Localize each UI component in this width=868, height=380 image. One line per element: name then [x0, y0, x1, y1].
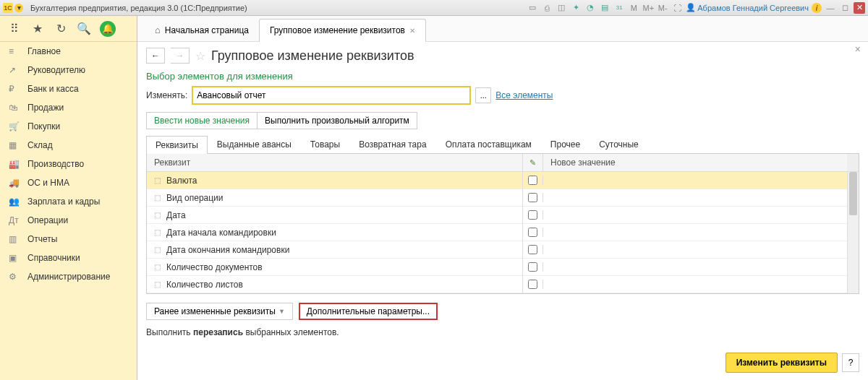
help-button[interactable]: ?: [842, 353, 859, 372]
sidebar-item-label: Отчеты: [27, 234, 57, 244]
row-checkbox[interactable]: [528, 193, 537, 202]
nav-back-button[interactable]: ←: [146, 48, 165, 64]
grid-row[interactable]: ⬚Дата начала командировки: [147, 224, 847, 241]
subtab-3[interactable]: Возвратная тара: [349, 135, 436, 153]
row-new-value[interactable]: [543, 229, 847, 236]
page-close-icon[interactable]: ×: [855, 43, 861, 55]
sidebar-item-3[interactable]: 🛍Продажи: [0, 98, 137, 117]
sidebar-item-2[interactable]: ₽Банк и касса: [0, 79, 137, 98]
nav-forward-button[interactable]: →: [171, 48, 190, 64]
sidebar-icon: 👥: [9, 197, 20, 207]
row-checkbox[interactable]: [528, 262, 537, 272]
row-new-value[interactable]: [543, 264, 847, 271]
grid-row[interactable]: ⬚Количество листов: [147, 276, 847, 293]
sidebar-item-5[interactable]: ▦Склад: [0, 136, 137, 155]
user-menu[interactable]: 👤 Абрамов Геннадий Сергеевич: [686, 3, 809, 12]
sidebar-item-label: Операции: [27, 215, 68, 225]
toolbar-fullscreen-icon[interactable]: ⛶: [671, 2, 683, 14]
tab-close-icon[interactable]: ✕: [409, 27, 415, 35]
row-checkbox[interactable]: [528, 280, 537, 289]
sidebar-item-1[interactable]: ↗Руководителю: [0, 61, 137, 79]
sidebar-item-label: Администрирование: [27, 272, 110, 282]
sidebar-icon: 🛍: [9, 103, 20, 113]
row-icon: ⬚: [154, 194, 161, 202]
apps-icon[interactable]: ⠿: [7, 22, 22, 36]
info-icon[interactable]: i: [812, 3, 822, 13]
all-elements-link[interactable]: Все элементы: [495, 90, 553, 100]
star-icon[interactable]: ★: [30, 22, 45, 36]
row-new-value[interactable]: [543, 194, 847, 202]
extra-params-button[interactable]: Дополнительные параметры...: [299, 303, 438, 320]
subtab-1[interactable]: Выданные авансы: [208, 135, 301, 153]
subtab-2[interactable]: Товары: [301, 135, 349, 153]
change-attributes-button[interactable]: Изменить реквизиты: [726, 353, 838, 373]
sidebar-item-12[interactable]: ⚙Администрирование: [0, 267, 137, 286]
sidebar-item-0[interactable]: ≡Главное: [0, 42, 137, 61]
col-header-req[interactable]: Реквизит: [147, 154, 523, 171]
prev-changed-button[interactable]: Ранее измененные реквизиты▼: [146, 303, 293, 320]
grid-row[interactable]: ⬚Дата: [147, 207, 847, 224]
sidebar-item-7[interactable]: 🚚ОС и НМА: [0, 173, 137, 192]
window-minimize-icon[interactable]: —: [825, 2, 836, 14]
tab-group-edit[interactable]: Групповое изменение реквизитов ✕: [259, 19, 426, 42]
sidebar-icon: ⚙: [9, 272, 20, 282]
sidebar-item-label: Банк и касса: [27, 84, 79, 94]
mode-new-values[interactable]: Ввести новые значения: [146, 112, 258, 129]
row-checkbox[interactable]: [528, 245, 537, 254]
toolbar-fav-icon[interactable]: ✦: [570, 2, 582, 14]
sidebar-item-8[interactable]: 👥Зарплата и кадры: [0, 192, 137, 211]
row-checkbox[interactable]: [528, 228, 537, 237]
change-lookup-button[interactable]: ...: [475, 87, 491, 103]
grid-row[interactable]: ⬚Дата окончания командировки: [147, 241, 847, 259]
bell-icon[interactable]: 🔔: [100, 21, 116, 37]
col-header-new[interactable]: Новое значение: [543, 154, 847, 171]
footer-text: Выполнить перезапись выбранных элементов…: [146, 327, 859, 337]
mode-algorithm[interactable]: Выполнить произвольный алгоритм: [258, 112, 417, 129]
sidebar-item-6[interactable]: 🏭Производство: [0, 155, 137, 173]
subtab-0[interactable]: Реквизиты: [146, 136, 208, 154]
subtab-5[interactable]: Прочее: [541, 135, 590, 153]
subtab-4[interactable]: Оплата поставщикам: [436, 135, 541, 153]
col-header-chk[interactable]: ✎: [523, 154, 543, 171]
row-new-value[interactable]: [543, 177, 847, 184]
toolbar-calc-icon[interactable]: ▤: [599, 2, 610, 14]
search-icon[interactable]: 🔍: [77, 22, 91, 36]
row-new-value[interactable]: [543, 281, 847, 288]
toolbar-print-icon[interactable]: ⎙: [541, 2, 553, 14]
sidebar-item-4[interactable]: 🛒Покупки: [0, 117, 137, 136]
toolbar-chart-icon[interactable]: ◔: [584, 2, 596, 14]
toolbar-mminus-icon[interactable]: М-: [657, 2, 668, 14]
change-input[interactable]: [194, 88, 469, 103]
window-close-icon[interactable]: ✕: [854, 2, 865, 14]
history-icon[interactable]: ↻: [54, 22, 68, 36]
row-label: Вид операции: [166, 193, 224, 203]
sidebar-item-label: Руководителю: [27, 65, 85, 75]
subtab-6[interactable]: Суточные: [590, 135, 648, 153]
toolbar-calendar-icon[interactable]: 31: [613, 2, 625, 14]
page-star-icon[interactable]: ☆: [195, 49, 205, 63]
grid-scrollbar[interactable]: [847, 172, 859, 293]
sidebar-item-9[interactable]: ДтОперации: [0, 211, 137, 230]
grid-row[interactable]: ⬚Количество документов: [147, 259, 847, 276]
row-new-value[interactable]: [543, 246, 847, 254]
sidebar-item-11[interactable]: ▣Справочники: [0, 249, 137, 267]
toolbar-doc-icon[interactable]: ◫: [556, 2, 567, 14]
grid-row[interactable]: ⬚Валюта: [147, 172, 847, 189]
window-maximize-icon[interactable]: ◻: [839, 2, 851, 14]
toolbar-folder-icon[interactable]: ▭: [527, 2, 538, 14]
toolbar-m-icon[interactable]: М: [628, 2, 639, 14]
app-dropdown-icon[interactable]: ▾: [14, 4, 23, 12]
tab-home[interactable]: ⌂ Начальная страница: [145, 19, 259, 41]
chevron-down-icon: ▼: [278, 308, 285, 315]
row-new-value[interactable]: [543, 212, 847, 219]
sidebar-item-10[interactable]: ▥Отчеты: [0, 230, 137, 249]
row-icon: ⬚: [154, 176, 161, 184]
toolbar-mplus-icon[interactable]: М+: [642, 2, 654, 14]
row-checkbox[interactable]: [528, 210, 537, 220]
sidebar-icon: ↗: [9, 65, 20, 75]
sidebar-icon: ▣: [9, 253, 20, 263]
row-label: Количество листов: [166, 280, 243, 290]
row-label: Валюта: [166, 176, 197, 186]
row-checkbox[interactable]: [528, 176, 537, 185]
grid-row[interactable]: ⬚Вид операции: [147, 189, 847, 207]
